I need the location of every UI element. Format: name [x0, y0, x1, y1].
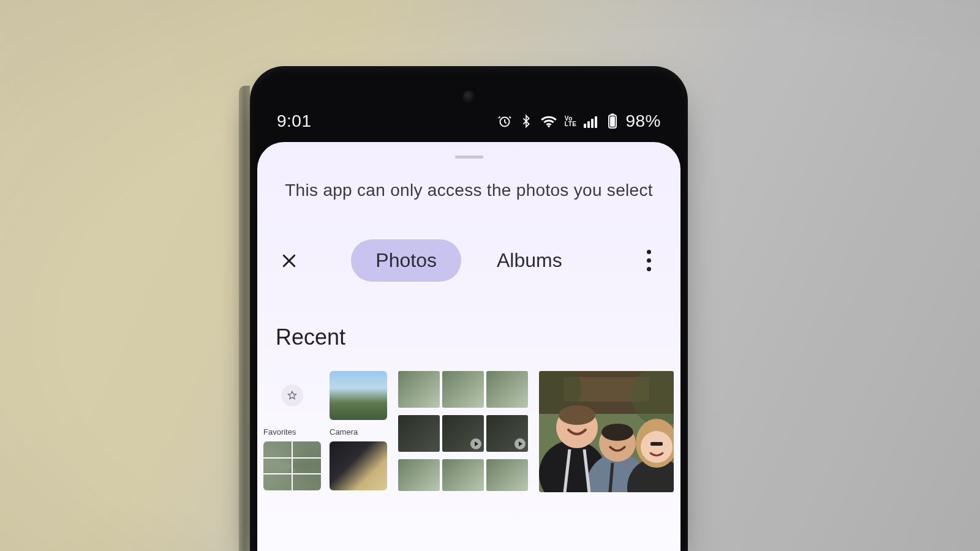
photo-picker-sheet: This app can only access the photos you … — [257, 142, 680, 551]
album-favorites[interactable]: Favorites — [263, 371, 321, 437]
close-button[interactable] — [272, 244, 306, 278]
photo-thumb[interactable] — [486, 459, 528, 491]
tab-photos[interactable]: Photos — [351, 239, 461, 282]
svg-rect-7 — [610, 116, 615, 127]
svg-point-18 — [601, 424, 633, 441]
svg-rect-22 — [650, 442, 663, 446]
more-vert-icon — [647, 250, 651, 271]
favorites-label: Favorites — [263, 427, 321, 437]
album-camera[interactable]: Camera — [330, 371, 387, 437]
alarm-icon — [497, 114, 512, 129]
svg-rect-2 — [587, 121, 590, 128]
tab-albums[interactable]: Albums — [472, 239, 587, 282]
selfie-illustration — [539, 371, 674, 492]
photo-thumb[interactable] — [398, 371, 440, 408]
svg-point-15 — [559, 405, 595, 425]
section-heading-recent: Recent — [276, 324, 680, 350]
play-icon — [470, 438, 481, 449]
photo-thumb[interactable] — [486, 371, 528, 408]
svg-point-21 — [641, 431, 673, 463]
photo-thumb[interactable] — [442, 459, 484, 491]
punch-hole-camera — [462, 91, 476, 104]
gallery-col-left: Favorites Camera — [263, 371, 387, 490]
photo-thumb[interactable] — [398, 415, 440, 452]
photo-thumb[interactable] — [398, 459, 440, 491]
phone-frame: 9:01 Vo LTE — [250, 66, 688, 551]
photo-thumb[interactable] — [442, 415, 484, 452]
volte-icon: Vo LTE — [565, 116, 577, 127]
wifi-icon — [540, 114, 557, 129]
status-time: 9:01 — [277, 111, 312, 131]
photo-thumb[interactable] — [263, 441, 321, 490]
permission-message: This app can only access the photos you … — [257, 181, 680, 200]
svg-rect-6 — [611, 114, 614, 116]
svg-rect-4 — [595, 116, 597, 128]
camera-label: Camera — [330, 427, 387, 437]
status-icons: Vo LTE 98% — [497, 111, 661, 131]
bluetooth-icon — [519, 114, 533, 129]
overflow-button[interactable] — [631, 244, 666, 278]
battery-icon — [607, 113, 618, 129]
photo-thumb[interactable] — [442, 371, 484, 408]
tab-row: Photos Albums — [257, 239, 680, 282]
photo-thumb[interactable] — [486, 415, 528, 452]
tab-group: Photos Albums — [306, 239, 631, 282]
phone-hinge — [239, 86, 250, 551]
photo-grid[interactable]: Favorites Camera — [257, 371, 680, 492]
star-icon — [281, 384, 303, 407]
svg-rect-1 — [584, 124, 586, 128]
favorites-thumb — [263, 371, 321, 420]
status-bar: 9:01 Vo LTE — [250, 108, 688, 135]
svg-rect-3 — [591, 119, 594, 128]
close-icon — [280, 252, 298, 270]
photo-thumb[interactable] — [330, 441, 387, 490]
battery-text: 98% — [625, 111, 661, 131]
camera-thumb — [330, 371, 387, 420]
photo-thumb-large[interactable] — [539, 371, 674, 492]
play-icon — [514, 438, 526, 449]
sheet-grabber[interactable] — [455, 156, 483, 159]
cell-signal-icon — [584, 114, 600, 128]
gallery-col-middle — [398, 371, 528, 491]
